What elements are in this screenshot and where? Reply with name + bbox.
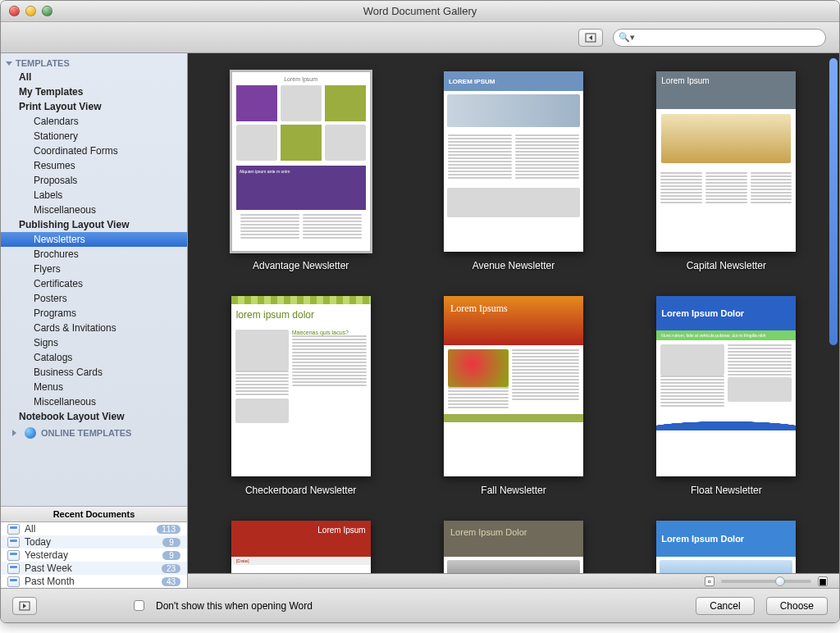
recent-count: 43 xyxy=(162,577,180,586)
template-tree: TEMPLATES All My Templates Print Layout … xyxy=(1,53,187,506)
recent-label: Past Month xyxy=(25,576,162,587)
template-thumbnail[interactable]: Lorem Ipsum Dolor Nunc rutrum, felis at … xyxy=(656,296,796,476)
templates-header[interactable]: TEMPLATES xyxy=(1,57,187,70)
sidebar-item-signs[interactable]: Signs xyxy=(1,335,187,350)
sidebar-item-menus[interactable]: Menus xyxy=(1,380,187,394)
sidebar: TEMPLATES All My Templates Print Layout … xyxy=(1,53,188,588)
recent-count: 113 xyxy=(157,525,180,534)
template-float-newsletter[interactable]: Lorem Ipsum Dolor Nunc rutrum, felis at … xyxy=(637,296,816,496)
sidebar-item-posters[interactable]: Posters xyxy=(1,291,187,306)
dont-show-checkbox[interactable] xyxy=(134,600,144,611)
recent-label: All xyxy=(25,523,157,535)
sidebar-item-catalogs[interactable]: Catalogs xyxy=(1,350,187,365)
sidebar-item-cards-invitations[interactable]: Cards & Invitations xyxy=(1,321,187,335)
sidebar-item-newsletters[interactable]: Newsletters xyxy=(1,232,187,247)
recent-row-past-month[interactable]: Past Month43 xyxy=(1,575,187,588)
recent-label: Past Week xyxy=(25,562,162,574)
sidebar-item-miscellaneous[interactable]: Miscellaneous xyxy=(1,394,187,409)
online-templates[interactable]: ONLINE TEMPLATES xyxy=(1,424,187,442)
search-icon: 🔍▾ xyxy=(619,32,635,43)
template-label: Fall Newsletter xyxy=(481,485,546,496)
small-thumb-icon[interactable]: ▫ xyxy=(705,576,714,586)
template-thumbnail[interactable]: Lorem Ipsum xyxy=(656,71,796,252)
template-advantage-newsletter[interactable]: Lorem Ipsum Aliquam ipsum ante m unim Ad… xyxy=(211,71,390,271)
back-button[interactable] xyxy=(578,29,603,47)
gallery-footer: ▫ ◼ xyxy=(188,573,839,588)
footer: Don't show this when opening Word Cancel… xyxy=(1,588,839,622)
back-icon xyxy=(585,33,596,43)
gallery-window: Word Document Gallery 🔍▾ TEMPLATES All M… xyxy=(0,0,840,623)
recent-row-all[interactable]: All113 xyxy=(1,522,187,535)
body: TEMPLATES All My Templates Print Layout … xyxy=(1,53,839,588)
sidebar-item-labels[interactable]: Labels xyxy=(1,188,187,203)
template-fall-newsletter[interactable]: Lorem Ipsums Fall Newsletter xyxy=(423,296,603,496)
panel-icon xyxy=(19,601,30,611)
sidebar-item-business-cards[interactable]: Business Cards xyxy=(1,365,187,380)
recent-label: Today xyxy=(25,536,162,548)
sidebar-item-programs[interactable]: Programs xyxy=(1,306,187,321)
sidebar-item-brochures[interactable]: Brochures xyxy=(1,247,187,262)
sidebar-item-notebook-layout[interactable]: Notebook Layout View xyxy=(1,409,187,424)
template-label: Advantage Newsletter xyxy=(253,260,349,271)
calendar-icon xyxy=(7,550,20,561)
disclosure-icon xyxy=(12,430,20,436)
sidebar-item-resumes[interactable]: Resumes xyxy=(1,158,187,173)
slider-knob[interactable] xyxy=(775,576,785,586)
calendar-icon xyxy=(7,576,20,587)
recent-row-today[interactable]: Today9 xyxy=(1,535,187,549)
template-checkerboard-newsletter[interactable]: lorem ipsum dolor Maecenas quis lacus?Ch… xyxy=(211,296,390,496)
scrollbar[interactable] xyxy=(829,58,838,345)
template-label: Capital Newsletter xyxy=(687,260,766,271)
sidebar-item-calendars[interactable]: Calendars xyxy=(1,114,187,129)
template-thumbnail[interactable]: Lorem Ipsums xyxy=(444,296,583,476)
sidebar-item-my-templates[interactable]: My Templates xyxy=(1,84,187,99)
sidebar-item-print-layout[interactable]: Print Layout View xyxy=(1,99,187,114)
calendar-icon xyxy=(7,537,20,548)
template-row-[interactable]: Lorem Ipsum [Date] xyxy=(211,521,390,573)
template-thumbnail[interactable]: Lorem Ipsum Dolor xyxy=(444,521,583,573)
template-row-[interactable]: Lorem Ipsum Dolor xyxy=(637,521,816,573)
choose-button[interactable]: Choose xyxy=(766,597,828,615)
sidebar-item-flyers[interactable]: Flyers xyxy=(1,262,187,276)
cancel-button[interactable]: Cancel xyxy=(696,597,754,615)
template-thumbnail[interactable]: LOREM IPSUM xyxy=(444,71,583,252)
recent-count: 23 xyxy=(162,564,180,573)
calendar-icon xyxy=(7,563,20,574)
sidebar-item-proposals[interactable]: Proposals xyxy=(1,173,187,188)
sidebar-item-coordinated-forms[interactable]: Coordinated Forms xyxy=(1,143,187,158)
sidebar-item-publishing-layout[interactable]: Publishing Layout View xyxy=(1,217,187,232)
recent-documents-header: Recent Documents xyxy=(1,506,187,522)
large-thumb-icon[interactable]: ◼ xyxy=(818,576,828,586)
sidebar-item-all[interactable]: All xyxy=(1,70,187,84)
templates-header-label: TEMPLATES xyxy=(16,58,70,68)
template-row-[interactable]: Lorem Ipsum Dolor xyxy=(423,521,603,573)
recent-label: Yesterday xyxy=(25,549,162,561)
sidebar-item-certificates[interactable]: Certificates xyxy=(1,276,187,291)
zoom-slider[interactable] xyxy=(721,580,811,583)
search-input[interactable] xyxy=(638,32,820,43)
template-label: Avenue Newsletter xyxy=(472,260,555,271)
calendar-icon xyxy=(7,524,20,535)
toolbar: 🔍▾ xyxy=(1,22,839,53)
recent-count: 9 xyxy=(162,551,180,560)
template-label: Float Newsletter xyxy=(691,485,762,496)
search-field[interactable]: 🔍▾ xyxy=(613,29,826,47)
recent-documents-list: All113Today9Yesterday9Past Week23Past Mo… xyxy=(1,522,187,588)
template-thumbnail[interactable]: lorem ipsum dolor Maecenas quis lacus? xyxy=(231,296,371,476)
template-thumbnail[interactable]: Lorem Ipsum Aliquam ipsum ante m unim xyxy=(231,71,371,252)
titlebar: Word Document Gallery xyxy=(1,1,839,22)
recent-row-yesterday[interactable]: Yesterday9 xyxy=(1,549,187,562)
sidebar-item-stationery[interactable]: Stationery xyxy=(1,129,187,143)
globe-icon xyxy=(25,427,36,439)
template-avenue-newsletter[interactable]: LOREM IPSUM Avenue Newsletter xyxy=(423,71,603,271)
sidebar-item-miscellaneous[interactable]: Miscellaneous xyxy=(1,203,187,217)
disclosure-icon xyxy=(6,61,12,66)
recent-count: 9 xyxy=(162,538,180,547)
template-capital-newsletter[interactable]: Lorem Ipsum Capital Newsletter xyxy=(637,71,816,271)
window-title: Word Document Gallery xyxy=(1,5,839,17)
template-thumbnail[interactable]: Lorem Ipsum Dolor xyxy=(656,521,796,573)
toggle-panel-button[interactable] xyxy=(12,597,37,615)
online-templates-label: ONLINE TEMPLATES xyxy=(41,428,131,438)
recent-row-past-week[interactable]: Past Week23 xyxy=(1,562,187,575)
template-thumbnail[interactable]: Lorem Ipsum [Date] xyxy=(231,521,371,573)
